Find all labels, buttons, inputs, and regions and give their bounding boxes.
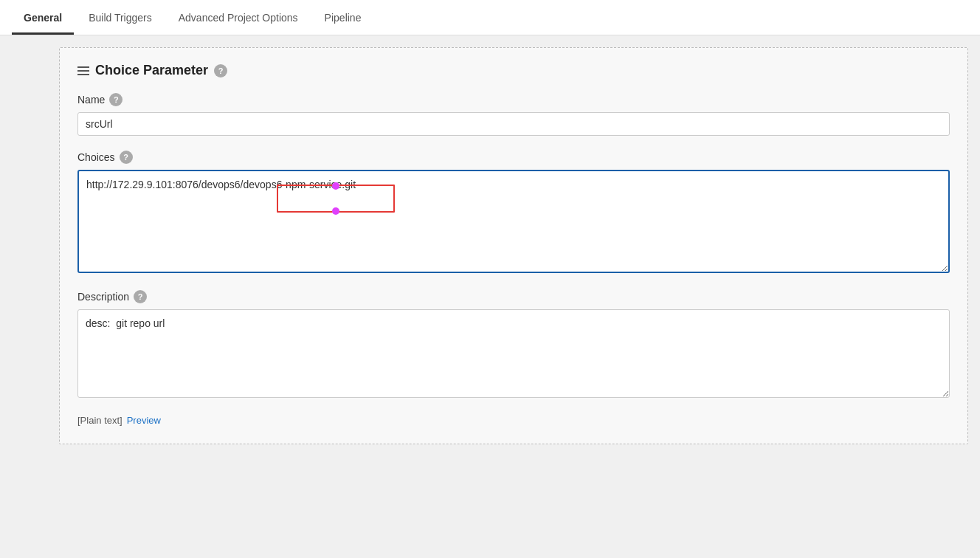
preview-link[interactable]: Preview <box>127 415 161 426</box>
name-label: Name ? <box>77 93 950 106</box>
section-title: Choice Parameter <box>95 63 208 78</box>
tab-pipeline[interactable]: Pipeline <box>313 3 373 35</box>
description-textarea[interactable]: desc: git repo url <box>77 309 950 398</box>
choice-parameter-panel: Choice Parameter ? Name ? Choices ? <box>59 47 968 444</box>
plain-text-row: [Plain text] Preview <box>77 415 950 426</box>
tab-bar: General Build Triggers Advanced Project … <box>0 0 980 35</box>
description-label: Description ? <box>77 290 950 303</box>
hamburger-icon[interactable] <box>77 66 89 75</box>
choices-help-icon[interactable]: ? <box>120 151 133 164</box>
name-input[interactable] <box>77 112 950 136</box>
main-content: Choice Parameter ? Name ? Choices ? <box>0 35 980 558</box>
description-help-icon[interactable]: ? <box>134 290 147 303</box>
section-header: Choice Parameter ? <box>77 63 950 78</box>
tab-build-triggers[interactable]: Build Triggers <box>77 3 164 35</box>
choices-wrapper: http://172.29.9.101:8076/devops6/devops6… <box>77 170 950 275</box>
tab-general[interactable]: General <box>12 3 74 35</box>
name-field-group: Name ? <box>77 93 950 136</box>
description-field-group: Description ? desc: git repo url <box>77 290 950 400</box>
tab-advanced-project-options[interactable]: Advanced Project Options <box>167 3 310 35</box>
choices-textarea[interactable]: http://172.29.9.101:8076/devops6/devops6… <box>77 170 950 273</box>
plain-text-label: [Plain text] <box>77 415 122 426</box>
choices-label: Choices ? <box>77 151 950 164</box>
choices-field-group: Choices ? http://172.29.9.101:8076/devop… <box>77 151 950 275</box>
section-help-icon[interactable]: ? <box>214 64 227 78</box>
name-help-icon[interactable]: ? <box>109 93 122 106</box>
